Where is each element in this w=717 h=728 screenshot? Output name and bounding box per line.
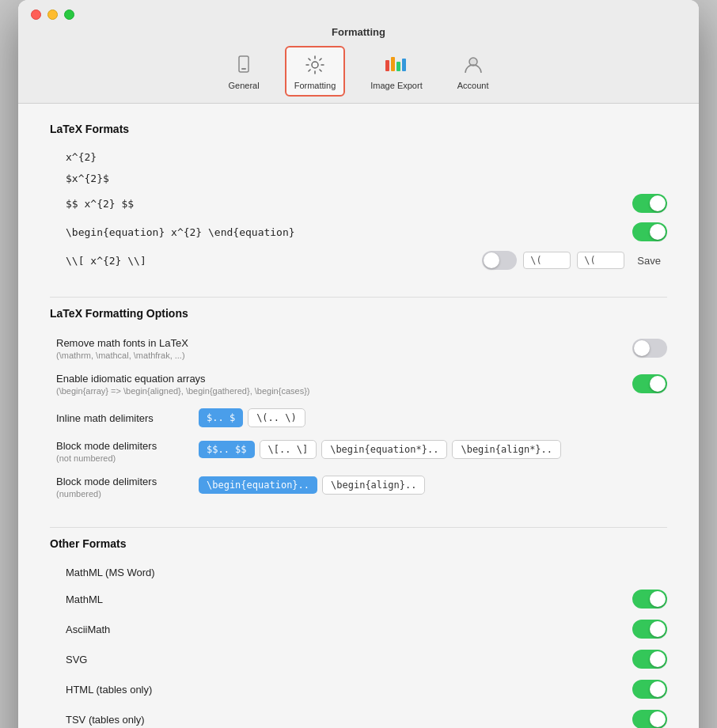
other-row-3-label: SVG (66, 654, 87, 665)
other-row-5: TSV (tables only) (50, 704, 667, 728)
latex-row-1-label: x^{2} (66, 151, 97, 163)
option-knob-2 (650, 376, 666, 392)
latex-row-4: \begin{equation} x^{2} \end{equation} (50, 218, 667, 246)
other-knob-4 (650, 681, 666, 697)
other-toggle-1[interactable] (632, 590, 667, 609)
option-row-1-subtitle: (\mathrm, \mathcal, \mathfrak, ...) (56, 351, 616, 360)
latex-options-section: LaTeX Formatting Options Remove math fon… (50, 307, 667, 505)
other-toggle-2[interactable] (632, 620, 667, 639)
other-toggle-5[interactable] (632, 710, 667, 728)
svg-rect-6 (402, 59, 406, 71)
minimize-button[interactable] (47, 9, 58, 20)
block-numbered-buttons: \begin{equation}.. \begin{align}.. (199, 476, 425, 495)
block-btn-2[interactable]: \[.. \] (260, 440, 317, 459)
tab-image-export-label: Image Export (370, 81, 422, 90)
divider-1 (50, 297, 667, 298)
tab-formatting[interactable]: Formatting (285, 46, 346, 97)
inline-btn-1[interactable]: $.. $ (199, 408, 243, 427)
latex-input-2[interactable] (577, 252, 624, 269)
other-formats-title: Other Formats (50, 537, 667, 550)
latex-row-3: $$ x^{2} $$ (50, 189, 667, 218)
phone-icon (231, 52, 256, 78)
other-row-2: AsciiMath (50, 614, 667, 644)
block-label-group: Block mode delimiters (not numbered) (56, 440, 183, 463)
svg-rect-5 (396, 62, 400, 71)
latex-row-5-label: \\[ x^{2} \\] (66, 255, 146, 267)
gear-icon (302, 52, 328, 78)
block-btn-3[interactable]: \begin{equation*}.. (321, 440, 447, 459)
option-row-2: Enable idiomatic equation arrays (\begin… (50, 366, 667, 402)
tab-image-export[interactable]: Image Export (361, 46, 431, 97)
main-window: Formatting General (18, 0, 699, 728)
other-row-4-label: HTML (tables only) (66, 684, 152, 696)
traffic-lights (31, 9, 74, 20)
block-numbered-label-group: Block mode delimiters (numbered) (56, 476, 183, 499)
inline-btn-2[interactable]: \(.. \) (248, 408, 305, 427)
block-numbered-sublabel: (numbered) (56, 489, 183, 499)
block-sublabel: (not numbered) (56, 453, 183, 463)
latex-input-1[interactable] (523, 252, 571, 269)
inline-label: Inline math delimiters (56, 412, 183, 424)
block-btn-4[interactable]: \begin{align*}.. (452, 440, 561, 459)
block-numbered-label: Block mode delimiters (56, 476, 183, 487)
maximize-button[interactable] (64, 9, 74, 20)
svg-rect-4 (391, 57, 395, 71)
save-button[interactable]: Save (631, 252, 667, 270)
window-title: Formatting (332, 26, 385, 38)
tab-account-label: Account (457, 81, 489, 90)
tab-general-label: General (229, 81, 260, 90)
latex-row-4-label: \begin{equation} x^{2} \end{equation} (66, 226, 295, 238)
latex-formats-title: LaTeX Formats (50, 123, 667, 135)
latex-toggle-5[interactable] (482, 251, 517, 270)
other-toggle-4[interactable] (632, 680, 667, 699)
close-button[interactable] (31, 9, 41, 20)
block-btn-1[interactable]: $$.. $$ (199, 441, 255, 458)
latex-toggle-3[interactable] (632, 194, 667, 213)
other-row-4: HTML (tables only) (50, 674, 667, 704)
svg-point-2 (312, 62, 318, 68)
block-label: Block mode delimiters (56, 440, 183, 452)
tab-account[interactable]: Account (448, 46, 499, 97)
other-formats-section: Other Formats MathML (MS Word) MathML As… (50, 537, 667, 728)
svg-rect-3 (385, 60, 389, 71)
other-row-2-label: AsciiMath (66, 624, 110, 635)
block-numbered-row: Block mode delimiters (numbered) \begin{… (50, 469, 667, 505)
other-row-5-label: TSV (tables only) (66, 714, 145, 726)
account-icon (461, 52, 486, 78)
option-row-2-subtitle: (\begin{array} => \begin{aligned}, \begi… (56, 386, 616, 396)
other-knob-5 (650, 711, 666, 727)
other-row-1-label: MathML (66, 593, 103, 605)
block-numbered-btn-2[interactable]: \begin{align}.. (322, 476, 425, 495)
svg-rect-1 (241, 68, 246, 70)
latex-row-3-label: $$ x^{2} $$ (66, 198, 134, 210)
latex-row-2-label: $x^{2}$ (66, 173, 109, 184)
tab-general[interactable]: General (219, 46, 269, 97)
option-row-2-text: Enable idiomatic equation arrays (\begin… (56, 373, 616, 396)
option-toggle-2[interactable] (632, 374, 667, 393)
other-toggle-3[interactable] (632, 650, 667, 669)
latex-row-2: $x^{2}$ (50, 168, 667, 189)
latex-options-title: LaTeX Formatting Options (50, 307, 667, 320)
latex-row-1: x^{2} (50, 146, 667, 168)
content-area: LaTeX Formats x^{2} $x^{2}$ $$ x^{2} $$ … (18, 104, 699, 728)
block-buttons: $$.. $$ \[.. \] \begin{equation*}.. \beg… (199, 440, 561, 459)
other-row-1: MathML (50, 584, 667, 614)
other-knob-1 (650, 591, 666, 607)
other-knob-3 (650, 651, 666, 667)
tab-formatting-label: Formatting (294, 81, 336, 90)
other-knob-2 (650, 621, 666, 637)
block-numbered-btn-1[interactable]: \begin{equation}.. (199, 476, 317, 494)
other-row-0: MathML (MS Word) (50, 561, 667, 584)
divider-2 (50, 527, 667, 528)
latex-row-5-controls: Save (482, 251, 667, 270)
inline-delimiters-row: Inline math delimiters $.. $ \(.. \) (50, 402, 667, 434)
option-row-2-title: Enable idiomatic equation arrays (56, 373, 616, 385)
latex-toggle-4[interactable] (632, 222, 667, 241)
option-row-1-title: Remove math fonts in LaTeX (56, 337, 616, 349)
option-toggle-1[interactable] (632, 339, 667, 358)
option-row-2-control (632, 374, 667, 393)
latex-row-5: \\[ x^{2} \\] Save (50, 246, 667, 275)
toggle-knob-4 (650, 224, 666, 240)
option-row-1-control (632, 339, 667, 358)
option-row-1-text: Remove math fonts in LaTeX (\mathrm, \ma… (56, 337, 616, 360)
